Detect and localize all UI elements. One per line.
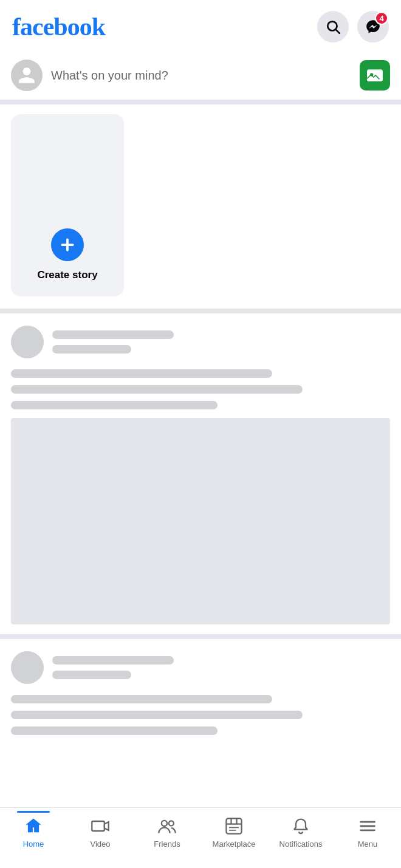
- marketplace-icon: [224, 816, 244, 836]
- nav-label-marketplace: Marketplace: [213, 839, 256, 849]
- post-input[interactable]: What's on your mind?: [51, 69, 351, 83]
- video-icon: [91, 816, 110, 836]
- svg-point-6: [162, 821, 167, 826]
- bottom-nav: Home Video Friends: [0, 807, 401, 868]
- plus-icon: [58, 236, 77, 254]
- nav-label-menu: Menu: [358, 839, 378, 849]
- nav-label-friends: Friends: [154, 839, 180, 849]
- create-story-card[interactable]: Create story: [11, 114, 124, 296]
- svg-point-7: [169, 821, 174, 825]
- divider-3: [0, 634, 401, 639]
- skeleton-line: [52, 345, 131, 354]
- skeleton-line: [52, 656, 174, 665]
- divider-1: [0, 100, 401, 104]
- menu-nav-icon: [357, 815, 379, 837]
- nav-item-menu[interactable]: Menu: [334, 813, 401, 851]
- nav-label-home: Home: [23, 839, 44, 849]
- svg-line-1: [336, 30, 340, 33]
- create-story-label: Create story: [37, 268, 97, 282]
- home-active-line: [17, 811, 50, 813]
- photo-video-button[interactable]: [360, 60, 390, 91]
- video-nav-icon: [89, 815, 111, 837]
- user-icon: [17, 66, 36, 85]
- skeleton-line: [11, 385, 303, 394]
- skeleton-line: [11, 711, 303, 719]
- skeleton-post-2: [0, 639, 401, 745]
- header-icons: 4: [317, 11, 389, 43]
- svg-rect-8: [226, 818, 241, 833]
- skeleton-line: [11, 401, 218, 409]
- plus-circle: [51, 228, 84, 261]
- user-avatar: [11, 60, 43, 91]
- search-button[interactable]: [317, 11, 349, 43]
- messenger-badge: 4: [375, 12, 388, 25]
- skeleton-line: [52, 671, 131, 679]
- svg-rect-5: [92, 821, 105, 831]
- bell-icon: [291, 816, 310, 836]
- friends-icon: [157, 816, 177, 836]
- skeleton-line: [11, 369, 272, 378]
- skeleton-image: [11, 418, 390, 624]
- nav-item-marketplace[interactable]: Marketplace: [200, 813, 267, 851]
- photo-video-icon: [366, 66, 384, 84]
- skeleton-avatar-2: [11, 651, 44, 684]
- home-nav-icon: [22, 815, 44, 837]
- stories-section: Create story: [0, 104, 401, 309]
- nav-item-notifications[interactable]: Notifications: [267, 813, 334, 851]
- nav-item-friends[interactable]: Friends: [134, 813, 200, 851]
- facebook-logo: facebook: [12, 12, 105, 41]
- skeleton-line: [52, 330, 174, 339]
- header: facebook 4: [0, 0, 401, 51]
- friends-nav-icon: [156, 815, 178, 837]
- notifications-nav-icon: [290, 815, 312, 837]
- post-bar[interactable]: What's on your mind?: [0, 51, 401, 100]
- nav-item-video[interactable]: Video: [67, 813, 134, 851]
- divider-2: [0, 309, 401, 313]
- messenger-button[interactable]: 4: [357, 11, 389, 43]
- home-icon: [24, 816, 43, 836]
- skeleton-avatar-1: [11, 326, 44, 358]
- skeleton-line: [11, 726, 218, 735]
- nav-label-notifications: Notifications: [279, 839, 323, 849]
- menu-icon: [358, 816, 377, 836]
- nav-item-home[interactable]: Home: [0, 813, 67, 851]
- search-icon: [325, 19, 341, 35]
- marketplace-nav-icon: [223, 815, 245, 837]
- nav-label-video: Video: [90, 839, 110, 849]
- skeleton-post-1: [0, 313, 401, 634]
- skeleton-line: [11, 695, 272, 703]
